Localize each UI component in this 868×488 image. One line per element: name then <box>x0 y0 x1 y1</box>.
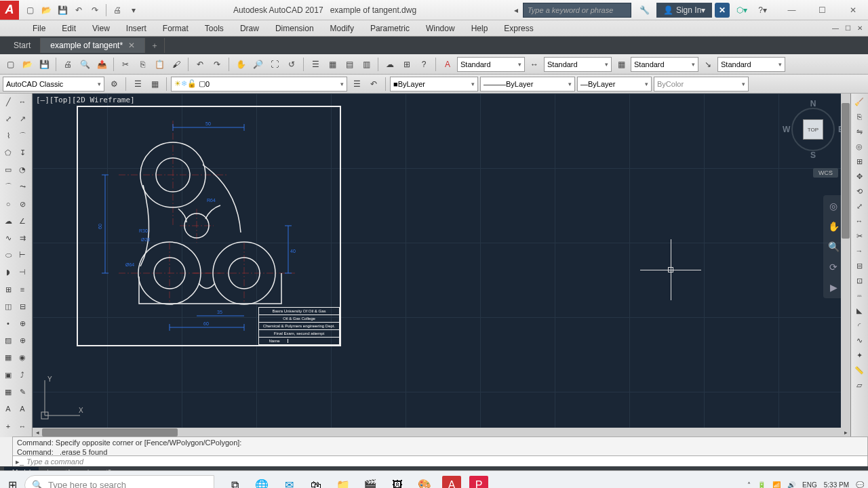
undo-icon[interactable]: ↶ <box>193 57 208 72</box>
table-style-icon[interactable]: ▦ <box>614 57 629 72</box>
minimize-button[interactable]: — <box>776 0 807 20</box>
rotate-icon[interactable]: ⟲ <box>852 184 866 198</box>
menu-parametric[interactable]: Parametric <box>362 22 418 35</box>
mleader-style-icon[interactable]: ↘ <box>701 57 715 72</box>
point-icon[interactable]: • <box>1 317 15 330</box>
revcloud-icon[interactable]: ☁ <box>1 214 15 228</box>
tolerance-icon[interactable]: ⊕ <box>16 317 29 330</box>
table-style-combo[interactable]: Standard <box>631 57 698 72</box>
task-view-icon[interactable]: ⧉ <box>225 476 244 489</box>
extend-icon[interactable]: → <box>852 244 866 258</box>
windows-search-input[interactable]: 🔍 Type here to search <box>24 475 214 489</box>
text-style-combo[interactable]: Standard <box>457 57 525 72</box>
spline-icon[interactable]: ∿ <box>1 232 15 245</box>
help-search-input[interactable]: Type a keyword or phrase <box>523 3 631 18</box>
zoom-rt-icon[interactable]: 🔎 <box>250 57 265 72</box>
dim-linear-icon[interactable]: ↔ <box>16 95 29 108</box>
menu-file[interactable]: File <box>24 22 54 35</box>
fillet-icon[interactable]: ◜ <box>852 319 866 332</box>
tray-chevron-icon[interactable]: ˄ <box>747 481 751 488</box>
pan-icon[interactable]: ✋ <box>233 57 248 72</box>
menu-tools[interactable]: Tools <box>197 22 232 35</box>
zoom-win-icon[interactable]: ⛶ <box>267 57 282 72</box>
wcs-badge[interactable]: WCS <box>813 168 838 178</box>
copy-icon[interactable]: ⎘ <box>852 110 866 123</box>
dimtedit-icon[interactable]: A <box>16 402 29 415</box>
open-icon[interactable]: 📂 <box>39 3 53 17</box>
hatch-icon[interactable]: ▨ <box>1 334 15 348</box>
print-icon[interactable]: 🖨 <box>111 3 124 17</box>
array-icon[interactable]: ⊞ <box>852 155 866 168</box>
menu-view[interactable]: View <box>84 22 118 35</box>
doc-restore-icon[interactable]: ☐ <box>842 23 853 34</box>
view-cube[interactable]: TOP NS EW <box>783 99 844 160</box>
tool-palettes-icon[interactable]: ▤ <box>342 57 357 72</box>
menu-edit[interactable]: Edit <box>54 22 84 35</box>
move-icon[interactable]: ✥ <box>852 169 866 183</box>
menu-insert[interactable]: Insert <box>118 22 155 35</box>
tray-wifi-icon[interactable]: 📶 <box>772 481 781 488</box>
blend-icon[interactable]: ∿ <box>852 333 866 347</box>
region-icon[interactable]: ▣ <box>1 368 15 382</box>
dim-baseline-icon[interactable]: ⊢ <box>16 249 29 262</box>
explorer-icon[interactable]: 📁 <box>334 476 353 489</box>
ellipse-arc-icon[interactable]: ◗ <box>1 266 15 279</box>
chamfer-icon[interactable]: ◣ <box>852 304 866 317</box>
layer-state-icon[interactable]: ☰ <box>349 77 364 92</box>
new-icon[interactable]: ▢ <box>3 57 18 72</box>
mail-icon[interactable]: ✉ <box>279 476 298 489</box>
powerpoint-icon[interactable]: P <box>469 476 488 489</box>
dim-continue-icon[interactable]: ⊣ <box>16 266 29 279</box>
zoom-extents-icon[interactable]: 🔍 <box>827 240 840 253</box>
save-icon[interactable]: 💾 <box>37 57 52 72</box>
horizontal-scrollbar[interactable]: ◂ ▸ <box>33 428 850 437</box>
join-icon[interactable]: ⎓ <box>852 289 866 302</box>
make-block-icon[interactable]: ◫ <box>1 300 15 313</box>
redo-icon[interactable]: ↷ <box>88 3 102 17</box>
lineweight-combo[interactable]: — ByLayer <box>577 77 652 92</box>
gradient-icon[interactable]: ▦ <box>1 351 15 365</box>
scroll-right-icon[interactable]: ▸ <box>841 428 850 437</box>
redo-icon[interactable]: ↷ <box>210 57 224 72</box>
scale-icon[interactable]: ⤢ <box>852 199 866 213</box>
dim-aligned-icon[interactable]: ↗ <box>16 112 29 125</box>
area-icon[interactable]: ▱ <box>852 378 866 392</box>
layer-props-icon[interactable]: ☰ <box>130 77 145 92</box>
layer-filter-icon[interactable]: ▦ <box>147 77 162 92</box>
chevron-down-icon[interactable]: ▾ <box>127 3 140 17</box>
edge-icon[interactable]: 🌐 <box>252 476 271 489</box>
tray-clock[interactable]: 5:33 PM <box>824 481 849 488</box>
pan-icon[interactable]: ✋ <box>827 220 840 233</box>
cut-icon[interactable]: ✂ <box>118 57 133 72</box>
tray-language[interactable]: ENG <box>802 481 817 488</box>
mirror-icon[interactable]: ⇋ <box>852 125 866 138</box>
dim-arc-icon[interactable]: ⌒ <box>16 129 29 142</box>
tray-volume-icon[interactable]: 🔊 <box>787 481 795 488</box>
menu-format[interactable]: Format <box>155 22 197 35</box>
match-icon[interactable]: 🖌 <box>169 57 184 72</box>
markup-icon[interactable]: ☁ <box>382 57 397 72</box>
color-combo[interactable]: ■ ByLayer <box>390 77 478 92</box>
break-point-icon[interactable]: ⊟ <box>852 259 866 272</box>
dimbreak-icon[interactable]: ⊟ <box>16 300 29 313</box>
tab-close-icon[interactable]: ✕ <box>128 41 135 50</box>
xline-icon[interactable]: ⤢ <box>1 112 15 125</box>
save-icon[interactable]: 💾 <box>56 3 69 17</box>
command-history[interactable]: Command: Specify opposite corner or [Fen… <box>12 436 868 457</box>
paste-icon[interactable]: 📋 <box>152 57 167 72</box>
quick-dim-icon[interactable]: ⇉ <box>16 232 29 245</box>
erase-icon[interactable]: 🧹 <box>852 95 866 108</box>
sheet-set-icon[interactable]: ▥ <box>359 57 374 72</box>
plotstyle-combo[interactable]: ByColor <box>654 77 749 92</box>
mleader-style-combo[interactable]: Standard <box>717 57 785 72</box>
line-icon[interactable]: ╱ <box>1 95 15 108</box>
menu-window[interactable]: Window <box>418 22 463 35</box>
polyline-icon[interactable]: ⌇ <box>1 129 15 142</box>
movies-icon[interactable]: 🎬 <box>361 476 380 489</box>
rectangle-icon[interactable]: ▭ <box>1 163 15 177</box>
signin-services-icon[interactable]: 🔧 <box>635 3 654 18</box>
doc-minimize-icon[interactable]: — <box>830 23 841 34</box>
layer-combo[interactable]: ☀ ❄ 🔓 ▢ 0 <box>171 77 347 92</box>
tab-start[interactable]: Start <box>4 38 41 53</box>
photos-icon[interactable]: 🖼 <box>388 476 407 489</box>
